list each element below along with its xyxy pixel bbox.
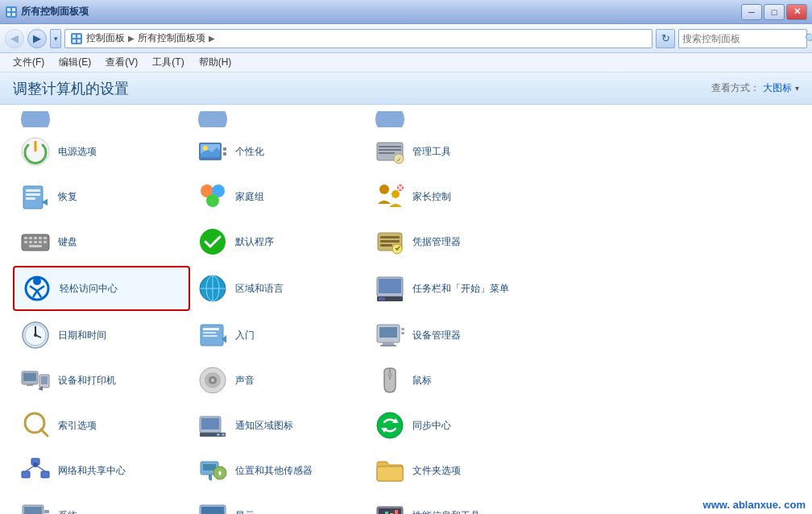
nav-bar: ◀ ▶ ▾ 控制面板 ▶ 所有控制面板项 ▶ ↻ 🔍	[0, 24, 812, 53]
list-item-homegroup[interactable]: 家庭组	[190, 176, 367, 218]
list-item-device-mgr[interactable]: 设备管理器	[367, 314, 545, 356]
item-label-personalize: 个性化	[235, 145, 264, 159]
menu-tools[interactable]: 工具(T)	[146, 54, 190, 71]
grid-row-4: 轻松访问中心 区域和语言	[13, 266, 799, 311]
list-item[interactable]	[367, 111, 545, 127]
svg-rect-8	[72, 39, 76, 43]
list-item[interactable]	[190, 111, 367, 127]
grid-row-5: 日期和时间 入门	[13, 314, 799, 356]
address-bar[interactable]: 控制面板 ▶ 所有控制面板项 ▶	[64, 29, 652, 48]
item-label-credentials: 凭据管理器	[412, 235, 461, 249]
list-item-parental[interactable]: 家长控制	[367, 176, 545, 218]
default-programs-icon	[197, 226, 229, 258]
minimize-button[interactable]: ─	[741, 4, 762, 20]
menu-file[interactable]: 文件(F)	[6, 54, 51, 71]
svg-rect-2	[12, 8, 15, 11]
search-input[interactable]	[682, 33, 803, 44]
list-item-manage[interactable]: ✓ 管理工具	[367, 131, 545, 172]
back-button[interactable]: ◀	[5, 29, 24, 48]
refresh-button[interactable]: ↻	[656, 29, 675, 48]
item-label-homegroup: 家庭组	[235, 190, 264, 204]
svg-rect-123	[395, 510, 398, 514]
nav-dropdown-button[interactable]: ▾	[50, 29, 61, 48]
list-item-mouse[interactable]: 鼠标	[367, 359, 545, 401]
mouse-icon	[374, 364, 406, 396]
address-bar-icon	[70, 32, 83, 45]
list-item-region[interactable]: 区域和语言	[190, 267, 367, 309]
svg-point-11	[198, 111, 227, 127]
svg-rect-50	[380, 240, 400, 242]
grid-row-2: 恢复 家庭组	[13, 176, 799, 218]
view-dropdown-icon[interactable]: ▾	[795, 84, 799, 93]
device-mgr-icon	[374, 319, 406, 351]
list-item-taskbar[interactable]: 任务栏和「开始」菜单	[367, 267, 545, 309]
list-item-credentials[interactable]: 凭据管理器	[367, 221, 545, 263]
title-bar-left: 所有控制面板项	[5, 5, 89, 19]
grid-row-3: 键盘 默认程序	[13, 221, 799, 263]
view-label: 查看方式：	[711, 81, 760, 95]
list-item-display[interactable]: 显示	[190, 495, 367, 514]
list-item-personalize[interactable]: 个性化	[190, 131, 367, 172]
manage-icon: ✓	[374, 135, 406, 168]
item-label-notify: 通知区域图标	[235, 419, 293, 433]
forward-button[interactable]: ▶	[27, 29, 47, 48]
item-label-system: 系统	[58, 509, 77, 515]
menu-bar: 文件(F) 编辑(E) 查看(V) 工具(T) 帮助(H)	[0, 53, 812, 73]
indexing-icon	[19, 409, 52, 441]
svg-point-96	[377, 412, 403, 438]
svg-rect-28	[26, 197, 35, 200]
list-item-ease-access[interactable]: 轻松访问中心	[13, 266, 190, 311]
restore-icon	[19, 180, 52, 213]
svg-point-33	[392, 190, 400, 198]
item-label-sync: 同步中心	[412, 419, 451, 433]
system-icon	[19, 499, 52, 514]
devices-icon	[19, 364, 52, 396]
list-item-system[interactable]: 系统	[13, 495, 190, 514]
list-item-indexing[interactable]: 索引选项	[13, 404, 190, 446]
svg-point-32	[379, 184, 389, 194]
item-label-devices: 设备和打印机	[58, 374, 116, 388]
view-value-button[interactable]: 大图标	[763, 81, 792, 95]
search-icon[interactable]: 🔍	[805, 31, 812, 46]
list-item-folder[interactable]: 文件夹选项	[367, 450, 545, 491]
list-item-location[interactable]: 位置和其他传感器	[190, 450, 367, 491]
list-item-default-programs[interactable]: 默认程序	[190, 221, 367, 263]
svg-rect-38	[34, 237, 37, 239]
list-item-performance[interactable]: 性能信息和工具	[367, 495, 545, 514]
item-label-display: 显示	[235, 509, 255, 515]
list-item-getstarted[interactable]: 入门	[190, 314, 367, 356]
menu-view[interactable]: 查看(V)	[99, 54, 144, 71]
svg-text:✓: ✓	[396, 156, 402, 164]
list-item-notify[interactable]: 通知区域图标	[190, 404, 367, 446]
svg-rect-92	[201, 418, 219, 429]
grid-row-9: 系统 显示	[13, 495, 799, 514]
list-item-network[interactable]: 网络和共享中心	[13, 450, 190, 491]
svg-rect-39	[39, 237, 42, 239]
svg-rect-4	[12, 13, 15, 16]
menu-edit[interactable]: 编辑(E)	[52, 54, 97, 71]
svg-rect-62	[379, 297, 385, 301]
svg-rect-46	[29, 245, 42, 247]
list-item-datetime[interactable]: 日期和时间	[13, 314, 190, 356]
maximize-button[interactable]: □	[764, 4, 785, 20]
window-icon	[5, 6, 18, 19]
sound-icon	[197, 364, 229, 396]
close-button[interactable]: ✕	[786, 4, 807, 20]
svg-point-104	[33, 462, 38, 467]
list-item-sync[interactable]: 同步中心	[367, 404, 545, 446]
svg-point-31	[206, 194, 219, 207]
svg-point-10	[21, 111, 50, 127]
list-item-sound[interactable]: 声音	[190, 359, 367, 401]
svg-point-12	[375, 111, 404, 127]
list-item[interactable]	[13, 111, 190, 127]
list-item-keyboard[interactable]: 键盘	[13, 221, 190, 263]
list-item-restore[interactable]: 恢复	[13, 176, 190, 218]
search-box[interactable]: 🔍	[678, 29, 807, 48]
svg-rect-45	[44, 241, 47, 243]
list-item-power[interactable]: 电源选项	[13, 131, 190, 172]
svg-rect-18	[223, 152, 226, 155]
taskbar-icon	[374, 272, 406, 305]
list-item-devices[interactable]: 设备和打印机	[13, 359, 190, 401]
svg-rect-41	[24, 241, 27, 243]
menu-help[interactable]: 帮助(H)	[193, 54, 238, 71]
